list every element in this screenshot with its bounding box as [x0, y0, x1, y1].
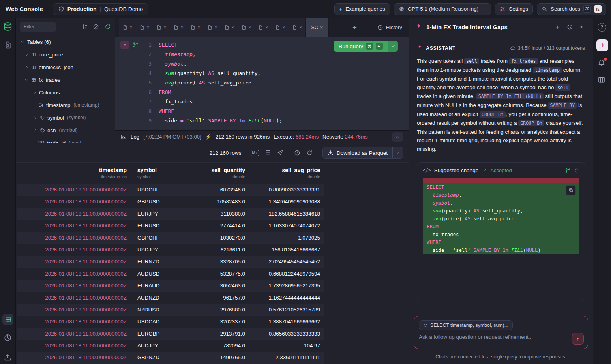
filter-input[interactable] — [20, 22, 56, 32]
editor-tab[interactable]: × — [238, 18, 255, 37]
editor-tab[interactable]: × — [153, 18, 170, 37]
history-button[interactable]: History — [377, 24, 402, 30]
download-parquet-button[interactable]: Download as Parquet — [322, 147, 392, 159]
settings-button[interactable]: Settings — [495, 3, 533, 15]
columns-panel-icon[interactable] — [598, 76, 605, 84]
chevron-down-icon[interactable] — [21, 40, 25, 44]
chevron-right-icon[interactable] — [33, 128, 37, 133]
editor-tab[interactable]: × — [119, 18, 136, 37]
editor-tab-active[interactable]: SC× — [306, 18, 329, 37]
editor-tab[interactable]: × — [272, 18, 289, 37]
new-chat-button[interactable]: + — [553, 22, 563, 32]
close-chat-button[interactable]: × — [576, 22, 587, 32]
diff-code[interactable]: SELECT timestamp, symbol, sum(quantity) … — [423, 178, 579, 254]
close-icon[interactable]: × — [197, 25, 201, 30]
chart-toggle-icon[interactable] — [4, 334, 12, 342]
close-icon[interactable]: × — [180, 25, 184, 30]
instance-name: Production — [67, 6, 97, 12]
editor-tab[interactable]: × — [255, 18, 272, 37]
close-icon[interactable]: × — [248, 25, 251, 30]
tree-item-timestamp[interactable]: timestamp(timestamp) — [16, 99, 115, 111]
close-icon[interactable]: × — [282, 25, 285, 30]
send-button[interactable]: ↑ — [572, 333, 584, 345]
editor-tab[interactable]: × — [136, 18, 153, 37]
run-options-button[interactable] — [388, 41, 398, 52]
tree-item-columns[interactable]: Columns — [16, 86, 115, 99]
table-row[interactable]: 2026-01-08T18:11:00.000000000ZAUDNZD9617… — [17, 292, 324, 304]
close-icon[interactable]: × — [146, 25, 150, 30]
chevron-right-icon[interactable] — [33, 116, 37, 120]
search-docs-button[interactable]: Search docs ⌘ K — [537, 3, 606, 15]
editor-tab[interactable]: × — [170, 18, 187, 37]
table-row[interactable]: 2026-01-08T18:11:00.000000000ZUSDCAD3202… — [17, 316, 324, 328]
close-icon[interactable]: × — [163, 25, 167, 30]
sql-editor[interactable]: 123456789 SELECT timestamp, symbol, sum(… — [115, 37, 409, 130]
editor-tab[interactable]: × — [289, 18, 306, 37]
query-history-icon[interactable] — [294, 150, 300, 156]
tree-item-ethblocks-json[interactable]: ethblocks_json — [16, 61, 115, 73]
editor-tab[interactable]: × — [221, 18, 238, 37]
table-row[interactable]: 2026-01-08T18:11:00.000000000ZEURJPY3110… — [17, 208, 324, 220]
download-options-button[interactable] — [392, 147, 403, 159]
chat-history-button[interactable] — [564, 22, 575, 32]
tree-item-symbol[interactable]: symbol(symbol) — [16, 111, 115, 124]
grid-icon[interactable] — [265, 150, 271, 156]
tree-item-tables-6[interactable]: Tables (6) — [16, 36, 115, 48]
table-row[interactable]: 2026-01-08T18:11:00.000000000ZAUDJPY7820… — [17, 340, 324, 352]
refresh-tables-icon[interactable] — [105, 24, 111, 30]
chevron-right-icon[interactable] — [24, 65, 29, 69]
check-circle-icon[interactable] — [93, 24, 99, 30]
instance-selector[interactable]: Production | QuestDB Demo — [53, 3, 148, 15]
followup-input[interactable] — [419, 334, 565, 340]
close-icon[interactable]: × — [265, 25, 268, 30]
model-selector[interactable]: GPT-5.1 (Medium Reasoning) — [394, 3, 491, 15]
table-row[interactable]: 2026-01-08T18:11:00.000000000ZGBPCHF1030… — [17, 232, 324, 244]
table-row[interactable]: 2026-01-08T18:11:00.000000000ZUSDCHF6873… — [17, 184, 324, 196]
help-icon[interactable]: ? — [598, 23, 606, 32]
table-row[interactable]: 2026-01-08T18:11:00.000000000ZGBPUSD1058… — [17, 196, 324, 208]
table-row[interactable]: 2026-01-08T18:11:00.000000000ZEURNZD3328… — [17, 256, 324, 268]
column-header-sell_avg_price[interactable]: sell_avg_pricedouble — [249, 163, 324, 184]
export-icon[interactable] — [277, 150, 283, 156]
new-tab-button[interactable]: + — [352, 24, 357, 31]
close-icon[interactable]: × — [231, 25, 234, 30]
questdb-logo-icon[interactable] — [3, 21, 13, 32]
import-icon[interactable] — [4, 353, 12, 362]
tree-item-core-price[interactable]: core_price — [16, 48, 115, 61]
editor-tab[interactable]: × — [204, 18, 221, 37]
file-search-icon[interactable] — [4, 41, 12, 49]
expand-collapse-icon[interactable] — [574, 168, 579, 173]
editor-tab[interactable]: × — [187, 18, 204, 37]
column-header-timestamp[interactable]: timestamptimestamp_ns — [17, 163, 131, 184]
context-chip[interactable]: SELECT timestamp, symbol, sum(... — [419, 320, 513, 330]
tree-item-fx-trades[interactable]: fx_trades — [16, 73, 115, 86]
tree-item-ecn[interactable]: ecn(symbol) — [16, 124, 115, 137]
markdown-icon[interactable]: M↓ — [251, 150, 259, 156]
collapse-log-button[interactable] — [392, 132, 403, 142]
table-row[interactable]: 2026-01-08T18:11:00.000000000ZEURUSD2774… — [17, 220, 324, 232]
example-queries-button[interactable]: + Example queries — [334, 3, 390, 15]
chevron-down-icon[interactable] — [24, 78, 29, 82]
ai-assistant-tab-icon[interactable] — [596, 39, 608, 51]
table-row[interactable]: 2026-01-08T18:11:00.000000000ZAUDUSD5328… — [17, 268, 324, 280]
add-widget-icon[interactable] — [81, 24, 87, 30]
copy-button[interactable] — [566, 185, 576, 195]
result-grid-toggle-icon[interactable] — [2, 314, 13, 325]
table-row[interactable]: 2026-01-08T18:11:00.000000000ZUSDJPY6218… — [17, 244, 324, 256]
chevron-down-icon[interactable] — [32, 90, 37, 95]
close-icon[interactable]: × — [299, 25, 302, 30]
close-icon[interactable]: × — [214, 25, 217, 30]
tables-tree: Tables (6)core_priceethblocks_jsonfx_tra… — [16, 36, 115, 143]
tree-item-trade-id[interactable]: 123trade_id(uuid) — [16, 137, 115, 143]
table-row[interactable]: 2026-01-08T18:11:00.000000000ZEURGBP2913… — [17, 328, 324, 340]
column-header-symbol[interactable]: symbolsymbol — [131, 163, 174, 184]
close-icon[interactable]: × — [129, 25, 133, 30]
table-row[interactable]: 2026-01-08T18:11:00.000000000ZEURAUD3052… — [17, 280, 324, 292]
close-icon[interactable]: × — [320, 25, 323, 30]
refresh-icon[interactable] — [306, 150, 313, 156]
run-query-button[interactable]: Run query ⌘ ↵ — [334, 41, 388, 52]
table-row[interactable]: 2026-01-08T18:11:00.000000000ZNZDUSD2976… — [17, 304, 324, 316]
column-header-sell_quantity[interactable]: sell_quantitydouble — [174, 163, 249, 184]
table-row[interactable]: 2026-01-08T18:11:00.000000000ZGBPNZD1499… — [17, 352, 324, 364]
chevron-right-icon[interactable] — [24, 53, 29, 57]
